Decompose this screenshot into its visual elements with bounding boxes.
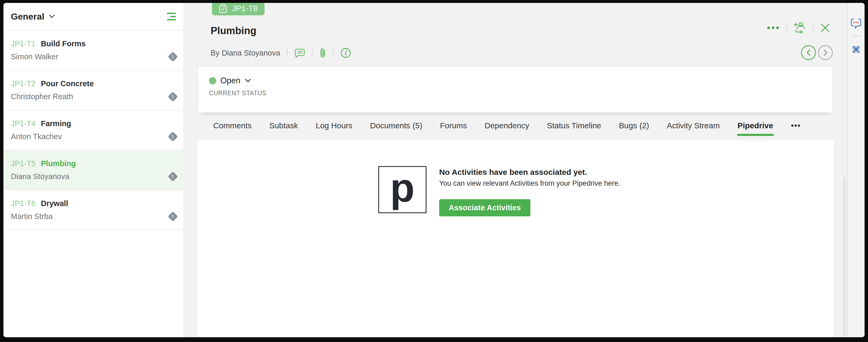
status-dropdown[interactable]: Open bbox=[209, 76, 832, 86]
header-actions bbox=[767, 22, 830, 34]
task-filter-icon[interactable] bbox=[167, 13, 176, 20]
tab-log-hours[interactable]: Log Hours bbox=[316, 121, 352, 130]
task-name: Drywall bbox=[41, 199, 68, 208]
tab-label: Subtask bbox=[269, 121, 298, 130]
tab-status-timeline[interactable]: Status Timeline bbox=[547, 121, 601, 130]
tab-content-panel: p No Activities have been associated yet… bbox=[197, 140, 834, 337]
more-options-icon[interactable] bbox=[767, 25, 779, 31]
app-window: General JP1-T1 Build Forms Simon Walker … bbox=[3, 3, 865, 337]
tab-pipedrive[interactable]: Pipedrive bbox=[738, 121, 773, 130]
divider bbox=[333, 49, 334, 57]
pipedrive-empty-state: p No Activities have been associated yet… bbox=[197, 140, 834, 216]
task-id-badge: JP1-T8 bbox=[212, 3, 265, 15]
sidebar-item-jp1-t1[interactable]: JP1-T1 Build Forms Simon Walker bbox=[3, 30, 183, 70]
tasklist-name: General bbox=[11, 11, 44, 22]
task-badge-label: JP1-T8 bbox=[232, 4, 258, 13]
task-id: JP1-T6 bbox=[11, 199, 35, 208]
tab-documents[interactable]: Documents(5) bbox=[370, 121, 422, 130]
task-owner: Diana Stoyanova bbox=[11, 172, 69, 181]
tab-label: Comments bbox=[213, 121, 252, 130]
sidebar-header: General bbox=[3, 3, 183, 30]
info-icon[interactable]: i bbox=[340, 48, 351, 58]
add-follower-icon[interactable] bbox=[794, 22, 806, 34]
tab-label: Dependency bbox=[485, 121, 529, 130]
task-list: JP1-T1 Build Forms Simon Walker JP1-T2 P… bbox=[3, 30, 183, 230]
task-name: Farming bbox=[41, 119, 71, 128]
divider bbox=[813, 24, 813, 31]
close-icon[interactable] bbox=[820, 23, 830, 33]
priority-diamond-icon bbox=[168, 92, 178, 101]
task-list-sidebar: General JP1-T1 Build Forms Simon Walker … bbox=[3, 3, 183, 337]
vertical-scrollbar[interactable] bbox=[843, 177, 846, 336]
priority-diamond-icon bbox=[168, 172, 178, 182]
task-detail-pane: JP1-T8 Plumbing By Diana Stoyanova bbox=[183, 3, 865, 337]
divider bbox=[287, 49, 287, 57]
tab-activity-stream[interactable]: Activity Stream bbox=[667, 121, 720, 130]
pipedrive-empty-title: No Activities have been associated yet. bbox=[439, 168, 620, 177]
status-caption: CURRENT STATUS bbox=[209, 90, 832, 97]
tab-forums[interactable]: Forums bbox=[440, 121, 467, 130]
prev-task-icon[interactable] bbox=[801, 45, 816, 60]
tab-label: Activity Stream bbox=[667, 121, 720, 130]
pipedrive-logo-icon: p bbox=[378, 166, 427, 213]
task-name: Build Forms bbox=[41, 39, 86, 48]
clipboard-check-icon bbox=[219, 4, 227, 13]
byline: By Diana Stoyanova i bbox=[211, 48, 351, 58]
page-title: Plumbing bbox=[211, 25, 256, 36]
tasklist-switcher[interactable]: General bbox=[11, 11, 55, 22]
sidebar-item-jp1-t2[interactable]: JP1-T2 Pour Concrete Christopher Reath bbox=[3, 70, 183, 110]
detail-tabs: Comments Subtask Log Hours Documents(5) … bbox=[213, 121, 801, 130]
apps-clover-icon[interactable] bbox=[850, 44, 862, 55]
tab-comments[interactable]: Comments bbox=[213, 121, 252, 130]
sidebar-item-jp1-t5[interactable]: JP1-T5 Plumbing Diana Stoyanova bbox=[3, 150, 183, 190]
task-name: Pour Concrete bbox=[41, 79, 94, 88]
utility-rail bbox=[847, 3, 865, 337]
attachment-icon[interactable] bbox=[319, 48, 326, 58]
tab-label: Status Timeline bbox=[547, 121, 601, 130]
sidebar-item-jp1-t6[interactable]: JP1-T6 Drywall Martin Strba bbox=[3, 190, 183, 230]
task-owner: Anton Tkachev bbox=[11, 132, 62, 141]
byline-author: By Diana Stoyanova bbox=[211, 49, 280, 57]
priority-diamond-icon bbox=[168, 131, 178, 142]
chevron-down-icon bbox=[245, 79, 251, 83]
priority-diamond-icon bbox=[168, 211, 178, 221]
divider bbox=[786, 24, 787, 31]
status-label: Open bbox=[220, 76, 241, 86]
task-name: Plumbing bbox=[41, 159, 76, 168]
tab-label: Forums bbox=[440, 121, 467, 130]
divider bbox=[312, 49, 312, 57]
task-navigation bbox=[801, 45, 833, 60]
task-id: JP1-T4 bbox=[11, 119, 35, 128]
chevron-down-icon bbox=[49, 14, 55, 19]
task-owner: Simon Walker bbox=[11, 52, 58, 61]
task-id: JP1-T1 bbox=[11, 39, 35, 48]
tab-count: (2) bbox=[640, 121, 649, 130]
tab-label: Pipedrive bbox=[738, 121, 773, 130]
task-id: JP1-T2 bbox=[11, 79, 35, 88]
associate-activities-button[interactable]: Associate Activities bbox=[439, 199, 530, 216]
tab-label: Log Hours bbox=[316, 121, 352, 130]
task-owner: Martin Strba bbox=[11, 212, 53, 221]
status-dot-icon bbox=[209, 77, 216, 84]
feedback-chat-icon[interactable] bbox=[851, 18, 861, 29]
task-owner: Christopher Reath bbox=[11, 92, 73, 101]
next-task-icon[interactable] bbox=[818, 45, 833, 60]
divider bbox=[851, 36, 861, 37]
tab-label: Bugs bbox=[619, 121, 637, 130]
pipedrive-empty-subtitle: You can view relevant Activities from yo… bbox=[439, 179, 620, 188]
tab-overflow-icon[interactable]: ••• bbox=[791, 121, 801, 130]
tab-dependency[interactable]: Dependency bbox=[485, 121, 529, 130]
priority-diamond-icon bbox=[168, 52, 178, 62]
svg-text:i: i bbox=[345, 49, 347, 57]
sidebar-item-jp1-t4[interactable]: JP1-T4 Farming Anton Tkachev bbox=[3, 110, 183, 150]
tab-subtask[interactable]: Subtask bbox=[269, 121, 298, 130]
pipedrive-logo-letter: p bbox=[390, 167, 415, 208]
comment-icon[interactable] bbox=[294, 48, 305, 58]
status-card: Open CURRENT STATUS bbox=[198, 67, 832, 113]
tab-count: (5) bbox=[413, 121, 423, 130]
task-id: JP1-T5 bbox=[11, 159, 35, 168]
tab-label: Documents bbox=[370, 121, 410, 130]
tab-bugs[interactable]: Bugs(2) bbox=[619, 121, 649, 130]
